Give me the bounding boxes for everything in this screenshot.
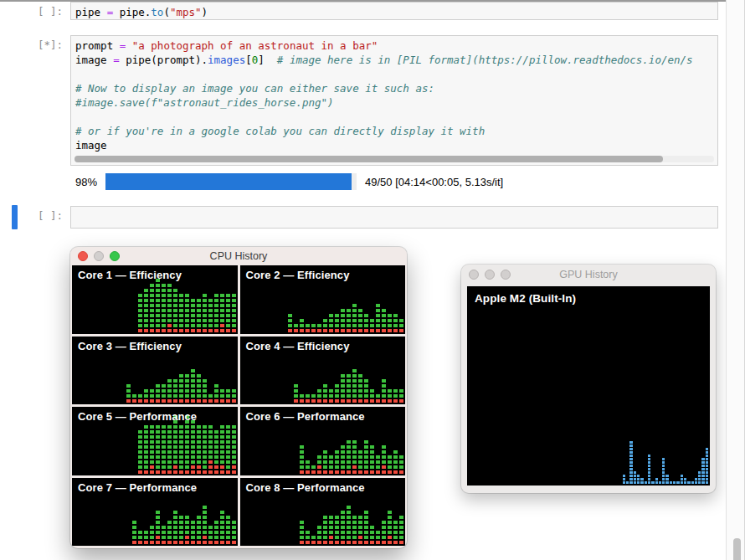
bar-block xyxy=(203,506,207,509)
bar-block xyxy=(203,435,207,439)
history-bar-column xyxy=(179,425,183,474)
bar-block xyxy=(185,455,189,459)
bar-block xyxy=(364,379,368,383)
bar-block xyxy=(370,450,374,454)
bar-block xyxy=(376,465,380,469)
close-button[interactable] xyxy=(469,270,479,280)
code-editor[interactable]: pipe = pipe.to("mps") xyxy=(70,2,718,20)
bar-block xyxy=(706,465,708,467)
bar-block xyxy=(150,526,154,529)
bar-block xyxy=(341,521,345,524)
core-label: Core 4 — Efficiency xyxy=(246,340,350,352)
code-editor-empty[interactable] xyxy=(70,206,718,229)
bar-block xyxy=(185,314,189,317)
bar-block xyxy=(341,379,345,383)
tqdm-progress-output: 98% 49/50 [04:14<00:05, 5.13s/it] xyxy=(75,173,503,190)
bar-block xyxy=(311,536,316,539)
bar-block xyxy=(167,450,172,454)
minimize-button[interactable] xyxy=(94,251,104,261)
bar-block xyxy=(150,324,154,327)
bar-block xyxy=(185,445,189,449)
bar-block xyxy=(300,319,304,322)
bar-block xyxy=(294,399,298,403)
code-line: # or if you're in a google colab you can… xyxy=(75,124,713,138)
bar-block xyxy=(197,399,201,403)
close-button[interactable] xyxy=(78,251,88,261)
minimize-button[interactable] xyxy=(485,270,495,280)
bar-block xyxy=(191,389,195,393)
bar-block xyxy=(382,445,386,449)
history-bar-column xyxy=(306,394,310,403)
traffic-lights xyxy=(78,251,120,261)
bar-block xyxy=(156,299,160,302)
bar-block xyxy=(144,314,148,317)
bar-block xyxy=(203,314,207,317)
vertical-scrollbar-thumb[interactable] xyxy=(733,538,741,560)
bar-block xyxy=(191,304,195,307)
history-bar-column xyxy=(341,511,345,544)
code-line: image = pipe(prompt).images[0] # image h… xyxy=(75,53,713,67)
cpu-window-titlebar[interactable]: CPU History xyxy=(70,247,407,265)
bar-block xyxy=(220,299,224,302)
history-bar-column xyxy=(701,458,704,484)
zoom-button[interactable] xyxy=(110,251,120,261)
horizontal-scrollbar-thumb[interactable] xyxy=(74,156,663,162)
bar-block xyxy=(197,531,201,534)
bar-block xyxy=(162,319,166,322)
gpu-window-titlebar[interactable]: GPU History xyxy=(461,265,716,285)
bar-block xyxy=(185,319,189,322)
bar-block xyxy=(162,435,166,439)
history-bar-column xyxy=(335,384,339,403)
history-bar-column xyxy=(300,445,304,474)
bar-block xyxy=(294,324,298,327)
history-bar-column xyxy=(673,481,676,484)
bar-block xyxy=(370,399,374,403)
history-bar-column xyxy=(311,324,316,332)
bar-block xyxy=(341,536,345,539)
bar-block xyxy=(173,440,177,444)
window-title: CPU History xyxy=(70,247,407,265)
bar-block xyxy=(214,304,218,307)
bar-block xyxy=(197,379,201,383)
bar-block xyxy=(173,516,177,519)
bar-block xyxy=(364,399,368,403)
bar-block xyxy=(393,541,398,544)
bar-block xyxy=(358,379,362,383)
horizontal-scrollbar[interactable] xyxy=(74,156,714,162)
bar-block xyxy=(399,516,403,519)
bar-block xyxy=(364,319,368,322)
bar-block xyxy=(173,531,177,534)
bar-block xyxy=(179,379,183,383)
bar-block xyxy=(191,314,195,317)
bar-block xyxy=(197,314,201,317)
zoom-button[interactable] xyxy=(501,270,511,280)
code-editor[interactable]: prompt = "a photograph of an astronaut i… xyxy=(70,35,718,166)
bar-block xyxy=(197,324,201,327)
bar-block xyxy=(388,324,392,327)
history-bar-column xyxy=(306,460,310,474)
bar-block xyxy=(132,399,136,403)
bar-block xyxy=(323,465,327,469)
bar-block xyxy=(623,475,625,477)
traffic-lights xyxy=(469,270,511,280)
bar-block xyxy=(311,541,316,544)
bar-block xyxy=(179,329,183,332)
bar-block xyxy=(197,440,201,444)
bar-block xyxy=(306,465,310,469)
code-cell-3: [ ]: xyxy=(0,206,726,229)
history-bar-column xyxy=(311,465,316,474)
bar-block xyxy=(347,394,351,398)
history-bar-column xyxy=(382,309,386,332)
history-bar-column xyxy=(150,284,154,332)
bar-block xyxy=(399,329,403,332)
history-bar-column xyxy=(138,430,142,474)
history-bar-column xyxy=(197,374,201,403)
vertical-scrollbar[interactable] xyxy=(726,0,745,560)
bar-block xyxy=(347,324,351,327)
bar-block xyxy=(364,314,368,317)
bar-block xyxy=(179,445,183,449)
bar-block xyxy=(156,440,160,444)
history-bar-column xyxy=(162,284,166,332)
bar-block xyxy=(167,470,172,474)
history-bar-column xyxy=(220,294,224,332)
